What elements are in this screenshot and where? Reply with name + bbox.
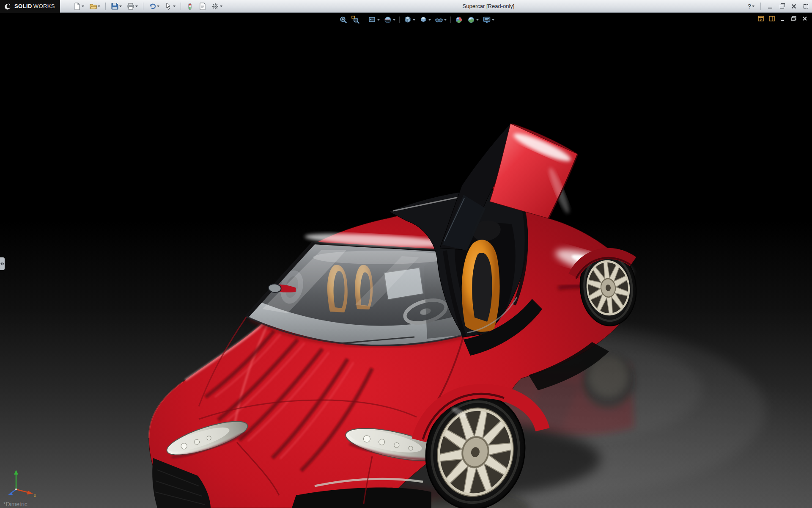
section-view-icon: [384, 16, 392, 24]
view-settings-button[interactable]: [482, 15, 495, 25]
chevron-down-icon: [157, 6, 159, 7]
edit-appearance-button[interactable]: [454, 15, 464, 25]
restore-button[interactable]: [778, 2, 786, 11]
minimize-document-button[interactable]: [779, 15, 787, 22]
expand-icon: [804, 4, 808, 8]
chevron-down-icon: [492, 19, 494, 21]
toolbar-separator: [450, 17, 451, 23]
reference-triad[interactable]: x: [6, 467, 40, 497]
close-icon: [791, 4, 796, 9]
select-button[interactable]: [163, 2, 177, 11]
hide-show-items-button[interactable]: [434, 15, 447, 25]
collapse-left-icon: [0, 262, 2, 265]
restore-icon: [790, 15, 797, 22]
heads-up-view-toolbar: [338, 15, 495, 25]
view-orientation-label: *Dimetric: [3, 501, 27, 508]
chevron-down-icon: [444, 19, 447, 21]
chevron-down-icon: [173, 6, 176, 7]
chevron-down-icon: [413, 19, 415, 21]
options-button[interactable]: [210, 2, 224, 11]
zoom-to-area-icon: [351, 16, 360, 24]
save-icon: [111, 3, 118, 10]
y-axis-arrow: [14, 470, 18, 475]
title-bar: SOLID WORKS: [0, 0, 812, 13]
toolbar-separator: [760, 3, 761, 10]
chevron-down-icon: [82, 6, 84, 7]
apply-scene-icon: [467, 16, 475, 24]
brand-text-light: WORKS: [33, 3, 55, 9]
new-document-icon: [73, 3, 81, 10]
restore-document-button[interactable]: [790, 15, 798, 22]
hide-show-items-glasses-icon: [435, 16, 443, 24]
minimize-button[interactable]: [766, 2, 774, 11]
section-view-button[interactable]: [383, 15, 396, 25]
help-icon: ?: [748, 3, 752, 10]
display-style-icon: [419, 16, 428, 24]
chevron-down-icon: [135, 6, 138, 7]
show-display-pane-button[interactable]: [768, 15, 776, 22]
file-properties-icon: [199, 3, 206, 10]
previous-view-button[interactable]: [367, 15, 381, 25]
zoom-to-area-button[interactable]: [351, 15, 361, 25]
close-icon: [801, 15, 808, 22]
close-button[interactable]: [790, 2, 798, 11]
window-controls: ?: [747, 0, 809, 13]
chevron-down-icon: [377, 19, 380, 21]
feature-manager-collapse-handle[interactable]: [0, 257, 5, 270]
print-button[interactable]: [126, 2, 139, 11]
chevron-down-icon: [428, 19, 431, 21]
zoom-to-fit-icon: [339, 16, 348, 24]
brand-text-bold: SOLID: [14, 3, 32, 9]
new-document-button[interactable]: [72, 2, 85, 11]
open-document-button[interactable]: [88, 2, 102, 11]
x-axis-label: x: [34, 493, 36, 497]
chevron-down-icon: [119, 6, 122, 7]
view-settings-icon: [483, 16, 491, 24]
file-properties-button[interactable]: [198, 2, 208, 11]
toolbar-separator: [143, 3, 143, 10]
print-icon: [127, 3, 134, 10]
toolbar-separator: [399, 17, 400, 23]
chevron-down-icon: [220, 6, 222, 7]
previous-view-icon: [368, 16, 376, 24]
feature-pane-icon: [757, 15, 764, 22]
close-document-button[interactable]: [801, 15, 809, 22]
toolbar-separator: [364, 17, 364, 23]
undo-icon: [148, 3, 156, 10]
toolbar-separator: [181, 3, 181, 10]
undo-button[interactable]: [147, 2, 161, 11]
save-button[interactable]: [110, 2, 123, 11]
display-style-button[interactable]: [418, 15, 432, 25]
zoom-to-fit-button[interactable]: [338, 15, 348, 25]
collapse-right-icon: [3, 262, 4, 265]
document-window-controls: [757, 15, 809, 22]
chevron-down-icon: [476, 19, 479, 21]
rebuild-button[interactable]: [185, 2, 195, 11]
quick-access-toolbar: [72, 2, 224, 11]
edit-appearance-ball-icon: [455, 16, 463, 24]
toolbar-separator: [105, 3, 106, 10]
minimize-icon: [768, 8, 772, 8]
help-button[interactable]: ?: [747, 2, 755, 11]
select-cursor-icon: [165, 3, 172, 10]
rebuild-icon: [186, 3, 194, 10]
view-orientation-button[interactable]: [403, 15, 416, 25]
dassault-systemes-logo-icon: [3, 2, 12, 11]
solidworks-logo: SOLID WORKS: [0, 0, 60, 13]
apply-scene-button[interactable]: [466, 15, 480, 25]
3d-model-supercar[interactable]: [0, 13, 812, 508]
graphics-area: x *Dimetric: [0, 13, 812, 508]
window-title: Supercar [Read-only]: [425, 3, 552, 9]
restore-icon: [780, 5, 784, 8]
chevron-down-icon: [393, 19, 395, 21]
open-document-icon: [89, 3, 97, 10]
expand-button[interactable]: [802, 2, 809, 11]
x-axis-arrow: [27, 491, 33, 494]
chevron-down-icon: [98, 6, 100, 7]
show-feature-pane-button[interactable]: [757, 15, 765, 22]
view-orientation-cube-icon: [403, 16, 412, 24]
minimize-icon: [779, 15, 786, 22]
chevron-down-icon: [752, 6, 754, 7]
display-pane-icon: [768, 15, 775, 22]
options-gear-icon: [211, 3, 219, 10]
